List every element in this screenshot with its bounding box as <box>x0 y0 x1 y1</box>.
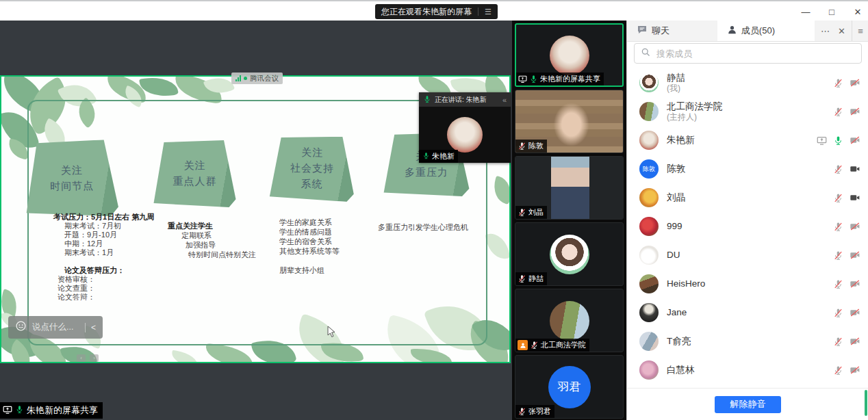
avatar <box>639 246 659 265</box>
member-search[interactable] <box>634 43 862 64</box>
tab-chat[interactable]: 聊天 <box>627 21 717 41</box>
video-tile-6[interactable]: 羽君 张羽君 <box>515 355 624 419</box>
video-tile-1[interactable]: 朱艳新的屏幕共享 <box>515 23 624 87</box>
member-role: (我) <box>667 83 825 93</box>
avatar <box>639 131 659 150</box>
mic-on-icon <box>833 135 843 146</box>
member-row[interactable]: HeisHero <box>627 270 868 298</box>
video-tile-4[interactable]: 静喆 <box>515 222 624 286</box>
panel-footer: 解除静音 <box>627 388 868 420</box>
side-panel: 聊天 成员(50) ⋯ ✕ ≡ 静喆(我) 北工商法学院(主持人) <box>626 21 868 420</box>
viewing-screen-pill[interactable]: 您正在观看朱艳新的屏幕 ☰ <box>375 4 498 19</box>
slide-text-column-2: 重点关注学生定期联系加强指导特别时间点特别关注 <box>168 221 256 259</box>
mic-muted-icon <box>833 193 843 203</box>
maximize-button[interactable]: □ <box>826 7 838 17</box>
tile-name-label: 刘晶 <box>515 206 547 219</box>
member-list[interactable]: 静喆(我) 北工商法学院(主持人) 朱艳新 陈敦陈敦 刘晶 <box>627 68 868 386</box>
member-row[interactable]: T俞亮 <box>627 327 868 356</box>
speaker-popup-header: 正在讲话: 朱艳新 « <box>419 92 511 107</box>
member-name: 刘晶 <box>667 192 825 203</box>
member-name: 北工商法学院 <box>667 101 825 112</box>
bag-title: 关注社会支持系统 <box>290 144 334 193</box>
chat-placeholder[interactable]: 说点什么... <box>32 321 79 333</box>
more-options-icon[interactable]: ⋯ <box>821 26 830 36</box>
bag-shape-1: 关注时间节点 <box>23 140 120 218</box>
status-dot-icon <box>244 77 247 80</box>
avatar <box>639 332 659 351</box>
slide-text-column-3: 学生的家庭关系学生的情感问题学生的宿舍关系其他支持系统等等 朋辈支持小组 <box>279 218 340 275</box>
tile-name-label: 北工商法学院 <box>515 339 589 352</box>
quick-chat-bubble[interactable]: 说点什么... < <box>8 316 103 339</box>
speaking-now-label: 正在讲话: 朱艳新 <box>435 95 499 105</box>
avatar <box>550 301 589 341</box>
emoji-icon <box>15 320 27 332</box>
collapse-popup-icon[interactable]: « <box>502 96 507 104</box>
minimize-button[interactable]: — <box>800 7 812 17</box>
panel-header: 聊天 成员(50) ⋯ ✕ ≡ <box>627 21 868 42</box>
leaf-decoration <box>170 350 200 363</box>
mic-muted-icon <box>833 365 843 376</box>
close-panel-icon[interactable]: ✕ <box>838 26 845 36</box>
member-row[interactable]: 刘晶 <box>627 183 868 212</box>
layout-toggle-icon[interactable]: ☰ <box>485 8 492 16</box>
screen-share-icon <box>518 75 527 83</box>
member-row[interactable]: 朱艳新 <box>627 126 868 155</box>
avatar <box>639 217 659 236</box>
member-status-icons <box>833 222 860 232</box>
member-row[interactable]: DU <box>627 241 868 270</box>
meeting-watermark: 腾讯会议 <box>231 73 283 84</box>
collapse-bubble-icon[interactable]: < <box>91 323 96 332</box>
camera-off-icon <box>850 365 860 375</box>
avatar <box>639 274 659 293</box>
member-role: (主持人) <box>667 112 825 122</box>
mic-muted-icon <box>518 142 526 150</box>
search-input[interactable] <box>655 48 855 60</box>
panel-header-icons: ⋯ ✕ <box>815 21 852 41</box>
bag-title: 关注时间节点 <box>50 162 94 195</box>
mic-muted-icon <box>530 341 539 350</box>
emoji-icon[interactable] <box>15 320 27 334</box>
active-speaker-popup[interactable]: 正在讲话: 朱艳新 « 朱艳新 <box>419 92 511 163</box>
avatar <box>639 360 659 380</box>
video-tile-5[interactable]: 北工商法学院 <box>515 289 624 352</box>
tab-members-label: 成员(50) <box>741 25 775 37</box>
member-status-icons <box>833 308 860 318</box>
search-icon <box>641 47 651 60</box>
avatar <box>639 303 659 322</box>
video-tile-3[interactable]: 刘晶 <box>515 156 624 220</box>
member-row[interactable]: 白慧林 <box>627 356 868 384</box>
close-button[interactable]: ✕ <box>852 7 864 17</box>
camera-on-icon <box>850 164 860 174</box>
panel-menu-icon[interactable]: ≡ <box>852 21 868 41</box>
speaker-name: 朱艳新 <box>432 151 455 161</box>
member-name: 陈敦 <box>667 163 825 174</box>
video-tile-2[interactable]: 陈敦 <box>515 90 624 153</box>
slideshow-nav-icons[interactable]: ‹› <box>77 354 99 362</box>
camera-on-icon <box>850 193 860 202</box>
unmute-button[interactable]: 解除静音 <box>715 396 781 413</box>
member-row[interactable]: 北工商法学院(主持人) <box>627 97 868 126</box>
tab-members[interactable]: 成员(50) <box>717 21 815 41</box>
bubble-divider <box>85 323 86 332</box>
host-badge-icon <box>518 340 528 350</box>
person-icon <box>520 342 526 349</box>
member-row[interactable]: 陈敦陈敦 <box>627 155 868 183</box>
member-row[interactable]: 静喆(我) <box>627 68 868 97</box>
video-strip[interactable]: 朱艳新的屏幕共享 陈敦 刘晶 静喆 北工商法学院羽君 张羽君 <box>512 21 626 420</box>
member-name: 朱艳新 <box>667 135 808 146</box>
tile-name-label: 陈敦 <box>515 140 547 153</box>
scrollbar-thumb[interactable] <box>865 390 867 416</box>
signal-bars-icon <box>235 75 241 81</box>
share-source-text: 朱艳新的屏幕共享 <box>27 404 98 417</box>
member-status-icons <box>833 78 860 88</box>
speaker-name-badge: 朱艳新 <box>419 150 458 163</box>
member-status-icons <box>833 279 860 289</box>
mic-muted-icon <box>833 279 843 289</box>
mic-muted-icon <box>518 208 526 217</box>
member-row[interactable]: Jane <box>627 298 868 327</box>
mic-on-icon <box>423 94 431 106</box>
tab-chat-label: 聊天 <box>652 25 669 37</box>
member-status-icons <box>833 107 860 117</box>
member-row[interactable]: 999 <box>627 212 868 241</box>
mic-muted-icon <box>833 164 843 174</box>
